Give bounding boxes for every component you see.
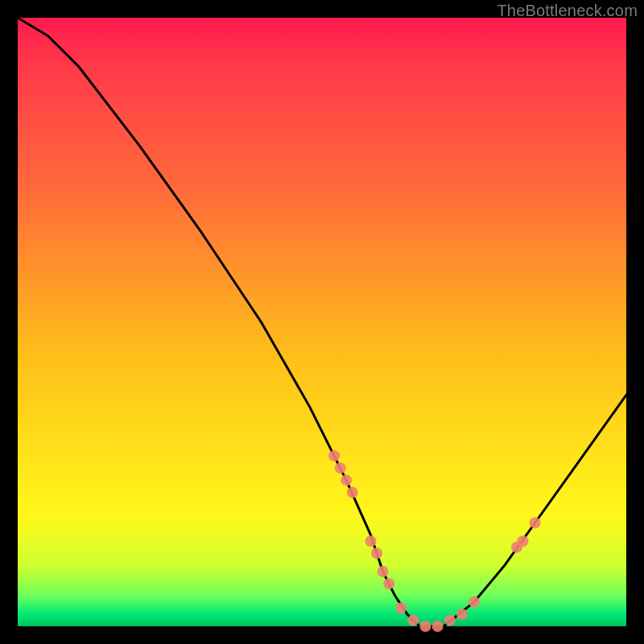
chart-svg bbox=[18, 18, 626, 626]
marker-min-3 bbox=[420, 621, 431, 632]
bottleneck-curve bbox=[18, 18, 626, 626]
marker-mid-1 bbox=[365, 535, 377, 547]
marker-right-3 bbox=[530, 518, 541, 529]
marker-mid-3 bbox=[378, 566, 389, 577]
marker-left-3 bbox=[341, 475, 352, 486]
data-markers bbox=[328, 450, 540, 632]
chart-frame bbox=[18, 18, 626, 626]
marker-mid-2 bbox=[371, 547, 382, 559]
marker-min-1 bbox=[395, 602, 407, 613]
marker-min-6 bbox=[456, 609, 468, 620]
marker-mid-4 bbox=[383, 578, 394, 589]
marker-left-2 bbox=[335, 462, 346, 473]
marker-min-2 bbox=[407, 614, 419, 625]
marker-min-7 bbox=[469, 597, 480, 608]
marker-min-4 bbox=[432, 621, 444, 632]
marker-left-4 bbox=[347, 487, 358, 498]
marker-min-5 bbox=[444, 614, 456, 625]
marker-left-1 bbox=[328, 450, 340, 461]
marker-right-2 bbox=[518, 535, 529, 547]
